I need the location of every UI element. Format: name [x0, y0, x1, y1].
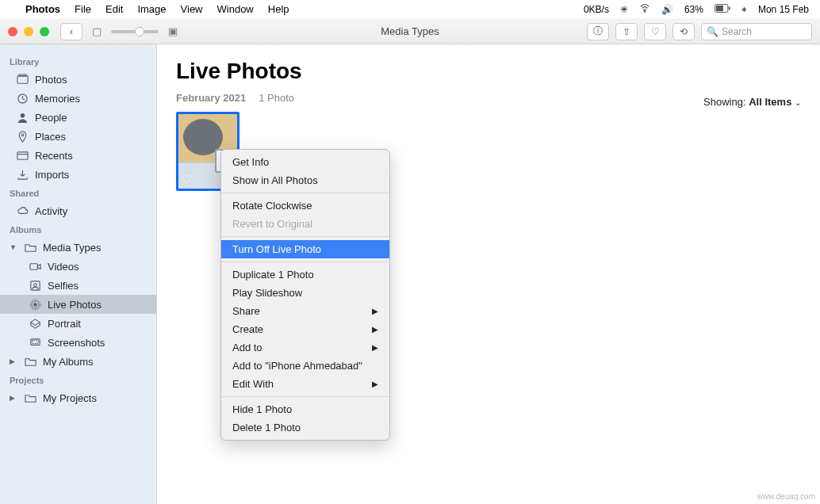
sidebar-item-live-photos[interactable]: Live Photos	[0, 295, 156, 314]
sidebar-my-projects[interactable]: ▶My Projects	[0, 388, 156, 407]
sidebar-item-memories[interactable]: Memories	[0, 89, 156, 108]
control-center-icon[interactable]: ⌖	[741, 4, 747, 15]
minimize-button[interactable]	[24, 27, 33, 36]
close-button[interactable]	[8, 27, 17, 36]
section-projects: Projects	[0, 371, 156, 388]
context-menu-item[interactable]: Add to "iPhone Ahmedabad"	[221, 357, 389, 375]
sidebar-item-photos[interactable]: Photos	[0, 70, 156, 89]
share-button[interactable]: ⇧	[615, 23, 638, 40]
menu-item-label: Rotate Clockwise	[232, 200, 312, 212]
context-menu-item[interactable]: Delete 1 Photo	[221, 418, 389, 437]
sidebar-item-portrait[interactable]: Portrait	[0, 314, 156, 333]
svg-rect-4	[17, 75, 27, 82]
disclosure-triangle-icon[interactable]: ▶	[10, 394, 17, 402]
menu-item-label: Add to	[232, 342, 262, 353]
folder-icon	[24, 355, 36, 368]
date-time[interactable]: Mon 15 Feb	[758, 4, 809, 15]
page-title: Live Photos	[176, 59, 801, 84]
menu-window[interactable]: Window	[217, 3, 254, 15]
disclosure-triangle-icon[interactable]: ▶	[10, 357, 17, 365]
live-photo-icon	[29, 298, 41, 311]
submenu-arrow-icon: ▶	[372, 343, 378, 352]
search-input[interactable]: 🔍 Search	[701, 23, 812, 40]
menu-item-label: Delete 1 Photo	[232, 422, 301, 433]
battery-icon[interactable]	[715, 4, 730, 15]
rotate-button[interactable]: ⟲	[672, 23, 695, 40]
context-menu-item[interactable]: Get Info	[221, 153, 389, 171]
info-button[interactable]: ⓘ	[587, 23, 609, 40]
grid-view-icon[interactable]: ▣	[168, 25, 178, 37]
app-menu[interactable]: Photos	[25, 3, 60, 15]
sidebar-item-selfies[interactable]: Selfies	[0, 276, 156, 295]
sidebar-media-types[interactable]: ▼Media Types	[0, 238, 156, 257]
sidebar-item-places[interactable]: Places	[0, 127, 156, 146]
menu-item-label: Duplicate 1 Photo	[232, 269, 314, 281]
context-menu-item[interactable]: Play Slideshow	[221, 284, 389, 302]
sidebar-item-recents[interactable]: Recents	[0, 146, 156, 165]
svg-rect-2	[729, 6, 730, 10]
context-menu-item[interactable]: Create▶	[221, 320, 389, 338]
context-menu-item[interactable]: Hide 1 Photo	[221, 400, 389, 418]
selfie-icon	[29, 279, 41, 292]
screenshot-icon	[29, 336, 41, 349]
svg-point-0	[644, 11, 645, 12]
menu-image[interactable]: Image	[137, 3, 166, 15]
menu-item-label: Share	[232, 305, 260, 317]
svg-point-7	[20, 113, 25, 117]
folder-icon	[24, 241, 36, 254]
showing-filter[interactable]: Showing: All Items ⌄	[703, 96, 801, 108]
sidebar-item-screenshots[interactable]: Screenshots	[0, 333, 156, 352]
menu-item-label: Get Info	[232, 156, 269, 168]
menu-edit[interactable]: Edit	[105, 3, 123, 15]
section-library: Library	[0, 52, 156, 70]
zoom-slider[interactable]	[111, 30, 159, 33]
sidebar-item-activity[interactable]: Activity	[0, 201, 156, 220]
svg-rect-3	[716, 5, 723, 10]
window-title: Media Types	[381, 25, 439, 37]
context-menu-item[interactable]: Add to▶	[221, 338, 389, 357]
favorite-button[interactable]: ♡	[644, 23, 666, 40]
menu-view[interactable]: View	[181, 3, 203, 15]
window-toolbar: ‹ ▢ ▣ Media Types ⓘ ⇧ ♡ ⟲ 🔍 Search	[0, 19, 820, 44]
sidebar-item-videos[interactable]: Videos	[0, 257, 156, 276]
context-menu-item[interactable]: Edit With▶	[221, 375, 389, 393]
people-icon	[16, 111, 29, 124]
svg-point-12	[33, 283, 36, 286]
menu-item-label: Play Slideshow	[232, 287, 302, 299]
maximize-button[interactable]	[40, 27, 49, 36]
volume-icon[interactable]: 🔊	[661, 4, 673, 15]
folder-icon	[24, 391, 36, 404]
imports-icon	[16, 168, 29, 181]
search-icon: 🔍	[707, 26, 718, 37]
date-header: February 2021	[176, 92, 246, 104]
menu-item-label: Create	[232, 323, 263, 335]
context-menu-item[interactable]: Rotate Clockwise	[221, 197, 389, 215]
submenu-arrow-icon: ▶	[372, 325, 378, 334]
section-albums: Albums	[0, 220, 156, 238]
sidebar-item-imports[interactable]: Imports	[0, 165, 156, 184]
menu-item-label: Hide 1 Photo	[232, 403, 292, 415]
menu-file[interactable]: File	[75, 3, 91, 15]
sidebar-toggle-icon[interactable]: ▢	[92, 25, 102, 37]
menu-item-label: Edit With	[232, 378, 274, 390]
network-speed: 0KB/s	[584, 4, 609, 15]
sidebar: Library Photos Memories People Places Re…	[0, 44, 157, 504]
sidebar-my-albums[interactable]: ▶My Albums	[0, 352, 156, 371]
submenu-arrow-icon: ▶	[372, 307, 378, 315]
disclosure-triangle-icon[interactable]: ▼	[10, 243, 17, 251]
back-button[interactable]: ‹	[60, 23, 82, 40]
menu-help[interactable]: Help	[268, 3, 289, 15]
context-menu-item[interactable]: Turn Off Live Photo	[221, 240, 389, 258]
context-menu-item[interactable]: Share▶	[221, 302, 389, 320]
traffic-lights	[8, 27, 49, 36]
bluetooth-icon[interactable]: ✳︎	[620, 4, 628, 15]
cloud-icon	[16, 204, 29, 217]
chevron-down-icon: ⌄	[795, 98, 801, 107]
wifi-icon[interactable]	[639, 2, 650, 16]
context-menu-item[interactable]: Duplicate 1 Photo	[221, 265, 389, 284]
system-menubar: Photos File Edit Image View Window Help …	[0, 0, 820, 19]
context-menu-item[interactable]: Show in All Photos	[221, 171, 389, 189]
menu-separator	[221, 262, 389, 262]
sidebar-item-people[interactable]: People	[0, 108, 156, 127]
photos-icon	[16, 73, 29, 86]
